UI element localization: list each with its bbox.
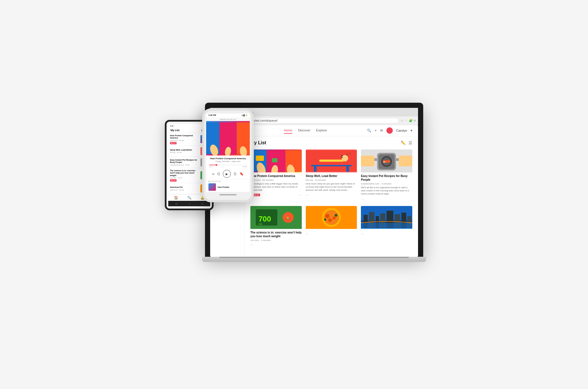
svg-rect-26 xyxy=(361,155,374,166)
iphone-track-artist: Casey Johnston · eater.com xyxy=(209,160,247,162)
iphone-forward-btn[interactable]: ⟩⟩ xyxy=(234,172,237,176)
android-item-source-0: eater.com · 20 min xyxy=(170,140,199,141)
iphone-progress-area: 1:04 24:08 xyxy=(206,164,250,169)
iphone-time-current: 1:04 xyxy=(209,166,212,168)
iphone-rewind-btn[interactable]: ⟨⟨ xyxy=(217,172,220,176)
content-header: My List ✏️ ☰ xyxy=(250,140,412,145)
article-title-science: The science is in: exercise won't help y… xyxy=(250,231,302,238)
iphone-status-icons: ● ▌▌🔋 xyxy=(241,114,247,116)
android-item-source-3: vox.com · 4 min xyxy=(170,177,199,179)
android-item-source-1: hbr.org · 10 min xyxy=(170,151,199,153)
protein-art xyxy=(250,149,302,172)
article-more-protein[interactable]: ··· xyxy=(299,193,302,197)
search-icon[interactable]: 🔍 xyxy=(367,129,371,133)
svg-rect-6 xyxy=(256,155,264,161)
svg-text:CA: CA xyxy=(258,222,262,225)
iphone-progress-bar[interactable] xyxy=(209,165,247,165)
extensions-icon[interactable]: 🧩 xyxy=(409,119,413,122)
username: Carolyn xyxy=(396,129,407,132)
iphone-home-indicator xyxy=(219,194,237,195)
article-excerpt-instant-pot: We'd all like to be organized enough to … xyxy=(361,186,412,196)
android-item-title-2: Easy Instant Pot Recipes for Busy People xyxy=(170,159,199,164)
iphone-progress-dot xyxy=(216,164,217,166)
article-card-sleep[interactable]: Z Z Z xyxy=(306,149,357,202)
svg-rect-16 xyxy=(346,166,349,172)
article-card-city[interactable]: ··· xyxy=(361,206,412,248)
iphone-playlist-item[interactable]: How Protein xyxy=(208,183,247,191)
android-nav-home[interactable]: 🏠 xyxy=(174,196,178,200)
svg-point-37 xyxy=(325,214,329,218)
svg-rect-52 xyxy=(361,223,412,228)
article-footer-food: ··· xyxy=(306,232,357,236)
android-recents-btn[interactable]: □ xyxy=(202,202,203,205)
android-back-btn[interactable]: ◁ xyxy=(175,202,177,205)
more-icon[interactable]: ≡ xyxy=(414,119,416,122)
iphone-controls: 1x ⟨⟨ ▶ ⟩⟩ 🔖 xyxy=(206,169,250,179)
article-card-protein[interactable]: How Protein Conquered America eater.com … xyxy=(250,149,302,202)
article-excerpt-protein: My bodega is only a little bigger than m… xyxy=(250,182,302,192)
iphone-playlist-title: How Protein xyxy=(218,186,247,188)
svg-point-39 xyxy=(328,218,332,222)
article-card-instant-pot[interactable]: 50 xyxy=(361,149,412,202)
article-more-instant-pot[interactable]: ··· xyxy=(361,197,364,201)
article-thumb-city xyxy=(361,206,412,229)
article-excerpt-sleep: How much sleep do you get each night? Mo… xyxy=(306,182,357,192)
browser-actions: ☆ ⋯ 🧩 ≡ xyxy=(401,119,416,122)
article-info-instant-pot: Easy Instant Pot Recipes for Busy People… xyxy=(361,172,412,202)
iphone-progress-times: 1:04 24:08 xyxy=(209,166,247,168)
address-bar[interactable]: 🔒 https://getpocket.com/a/queue/ xyxy=(230,118,399,123)
svg-text:Z: Z xyxy=(346,153,348,156)
iphone-time-total: 24:08 xyxy=(243,166,247,168)
article-info-sleep: Sleep Well, Lead Better hbr.org · 10 min… xyxy=(306,172,357,198)
article-footer-science: ··· xyxy=(250,243,302,247)
svg-point-41 xyxy=(334,214,337,216)
android-home-btn[interactable]: ○ xyxy=(189,202,190,205)
content-area: My List ✏️ ☰ xyxy=(245,136,418,257)
nav-home[interactable]: Home xyxy=(284,127,292,134)
android-item-source-2: outsideonline.com · 3 min xyxy=(170,164,199,166)
article-thumb-food xyxy=(306,206,357,229)
user-dropdown-icon[interactable]: ▾ xyxy=(411,129,412,133)
android-item-info-4: American Pie eater.com · 10 min xyxy=(170,186,199,190)
article-card-science[interactable]: 700 CA 🚴 The science is in: exercise won… xyxy=(250,206,302,248)
iphone-playlist-label: MY PLAYLIST xyxy=(208,180,247,182)
svg-point-40 xyxy=(324,218,326,221)
article-more-science[interactable]: ··· xyxy=(250,243,253,247)
android-item-title-1: Sleep Well, Lead Better xyxy=(170,149,199,151)
article-source-instant-pot: outsideonline.com · 3 minutes xyxy=(361,182,412,185)
list-view-icon[interactable]: ☰ xyxy=(409,141,412,145)
nav-discover[interactable]: Discover xyxy=(298,127,310,134)
menu-icon[interactable]: ⋯ xyxy=(405,119,408,122)
article-card-food[interactable]: ··· xyxy=(306,206,357,248)
bookmark-icon[interactable]: ☆ xyxy=(401,119,403,122)
article-thumb-science: 700 CA 🚴 xyxy=(250,206,302,229)
edit-icon[interactable]: ✏️ xyxy=(401,141,406,145)
user-avatar xyxy=(386,127,393,134)
article-info-science: The science is in: exercise won't help y… xyxy=(250,229,302,248)
article-thumb-sleep: Z Z Z xyxy=(306,149,357,172)
svg-rect-27 xyxy=(399,155,412,166)
iphone-player-header: Playing From My List xyxy=(206,117,250,121)
article-footer-city: ··· xyxy=(361,232,412,236)
inbox-icon[interactable]: ✉ xyxy=(380,129,383,133)
app-header-actions: 🔍 + ✉ Carolyn ▾ xyxy=(367,127,412,134)
iphone-play-btn[interactable]: ▶ xyxy=(223,170,231,178)
article-more-city[interactable]: ··· xyxy=(361,232,364,236)
add-icon[interactable]: + xyxy=(375,129,377,133)
article-more-food[interactable]: ··· xyxy=(306,232,309,236)
iphone-speed-btn[interactable]: 1x xyxy=(212,173,214,175)
article-footer-sleep: ··· xyxy=(306,193,357,197)
svg-rect-14 xyxy=(311,165,351,166)
iphone-album-art xyxy=(206,121,250,155)
sleep-art: Z Z Z xyxy=(306,149,357,172)
content-header-actions: ✏️ ☰ xyxy=(401,141,412,145)
svg-text:50: 50 xyxy=(383,161,386,163)
article-title-sleep: Sleep Well, Lead Better xyxy=(306,174,357,178)
android-item-info-2: Easy Instant Pot Recipes for Busy People… xyxy=(170,159,199,166)
iphone-screen: 2:30 PM ● ▌▌🔋 Playing From My List xyxy=(206,114,250,192)
iphone-bookmark-btn[interactable]: 🔖 xyxy=(239,172,244,176)
nav-explore[interactable]: Explore xyxy=(316,127,327,134)
iphone-playlist-thumb xyxy=(208,183,216,191)
android-nav-search[interactable]: 🔍 xyxy=(187,196,192,200)
article-more-sleep[interactable]: ··· xyxy=(306,193,309,197)
